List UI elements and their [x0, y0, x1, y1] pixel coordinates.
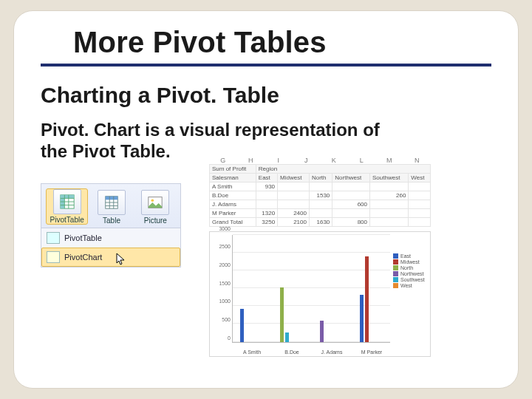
- chart-plot-area: [232, 235, 390, 343]
- chart-bar: [240, 309, 244, 342]
- chart-bar: [360, 295, 364, 342]
- chart-xtick: B.Doe: [284, 349, 299, 355]
- chart-ytick: 2500: [211, 244, 231, 249]
- mini-pivottable-icon: [47, 232, 60, 244]
- col-header: M: [375, 157, 403, 164]
- chart-bar: [280, 287, 284, 342]
- chart-ytick: 1000: [211, 299, 231, 304]
- pivot-cell: 260: [370, 191, 409, 200]
- pivot-cell: [278, 200, 310, 208]
- pivot-rowname: M Parker: [210, 208, 256, 217]
- cursor-icon: [116, 253, 126, 266]
- title-rule: [41, 64, 491, 66]
- pivot-cell: [256, 191, 277, 200]
- pivot-rowname: J. Adams: [210, 200, 256, 208]
- figures-row: PivotTable Table Picture: [41, 167, 491, 357]
- pivot-cell: [370, 200, 409, 208]
- ribbon-insert: PivotTable Table Picture: [41, 183, 181, 267]
- slide-card: More Pivot Tables Charting a Pivot. Tabl…: [13, 10, 519, 389]
- col-header: L: [348, 157, 376, 164]
- pivot-cell: 2400: [278, 208, 310, 217]
- legend-item: Northwest: [393, 271, 429, 276]
- pivot-cell: [370, 208, 409, 217]
- pivot-region: East: [256, 173, 277, 182]
- col-header: J: [293, 157, 321, 164]
- legend-swatch: [393, 283, 398, 288]
- pivot-cell: 2100: [278, 217, 310, 226]
- pivot-cell: [409, 208, 431, 217]
- legend-swatch: [393, 253, 398, 259]
- legend-label: North: [400, 265, 413, 270]
- chart-legend: EastMidwestNorthNorthwestSouthwestWest: [393, 253, 429, 289]
- pivot-cell: [409, 200, 431, 208]
- legend-label: Northwest: [400, 271, 424, 276]
- pivot-cell: 1320: [256, 208, 277, 217]
- pivot-chart: EastMidwestNorthNorthwestSouthwestWest 0…: [209, 231, 431, 357]
- pivot-and-chart: GHIJKLMN Sum of Profit Region SalesmanEa…: [209, 157, 431, 357]
- pivot-region: Southwest: [370, 173, 409, 182]
- menu-pivotchart-label: PivotChart: [64, 253, 102, 262]
- legend-label: East: [400, 253, 411, 259]
- pivot-cell: 800: [332, 217, 370, 226]
- pivottable-dropdown: PivotTable PivotChart: [41, 228, 180, 267]
- pivot-cell: 600: [332, 200, 370, 208]
- pivottable-label: PivotTable: [50, 216, 84, 224]
- legend-swatch: [393, 271, 398, 276]
- chart-xtick: A Smith: [243, 349, 261, 355]
- pivot-cell: [309, 182, 332, 191]
- pivot-rowname: A Smith: [210, 182, 256, 191]
- col-header: G: [209, 157, 237, 164]
- pivot-region: Northwest: [332, 173, 370, 182]
- chart-ytick: 2000: [211, 262, 231, 267]
- col-header: N: [403, 157, 432, 164]
- legend-item: North: [393, 265, 429, 270]
- chart-bar: [320, 321, 324, 342]
- legend-item: Southwest: [393, 277, 429, 282]
- pivot-cell: [332, 182, 370, 191]
- legend-swatch: [393, 265, 398, 270]
- legend-item: Midwest: [393, 259, 429, 265]
- pivot-cell: [409, 191, 431, 200]
- legend-item: West: [393, 283, 429, 288]
- table-icon: [98, 190, 126, 215]
- pivot-cell: [278, 191, 310, 200]
- menu-pivottable[interactable]: PivotTable: [41, 228, 180, 248]
- pivot-cell: [332, 208, 370, 217]
- pivottable-icon: [53, 189, 81, 214]
- pivot-region: North: [309, 173, 332, 182]
- pivot-region-label: Region: [256, 164, 430, 173]
- chart-xtick: M Parker: [361, 349, 382, 355]
- legend-swatch: [393, 259, 398, 265]
- picture-label: Picture: [144, 216, 167, 225]
- pivot-region: West: [409, 173, 431, 182]
- pivot-table: Sum of Profit Region SalesmanEastMidwest…: [209, 164, 431, 227]
- pivot-cell: 1630: [309, 217, 332, 226]
- pivot-cell: [370, 182, 409, 191]
- legend-swatch: [393, 277, 398, 282]
- mini-pivotchart-icon: [47, 251, 60, 263]
- picture-button[interactable]: Picture: [135, 190, 176, 225]
- pivot-cell: [309, 200, 332, 208]
- col-header: H: [237, 157, 265, 164]
- picture-icon: [141, 190, 169, 215]
- menu-pivotchart[interactable]: PivotChart: [41, 248, 180, 267]
- col-header: I: [265, 157, 293, 164]
- pivot-cell: [370, 217, 409, 226]
- pivot-cell: 930: [256, 182, 277, 191]
- table-button[interactable]: Table: [91, 190, 132, 225]
- pivot-cell: [409, 182, 431, 191]
- pivot-cell: [309, 208, 332, 217]
- legend-label: Midwest: [400, 259, 420, 265]
- pivot-region: Midwest: [278, 173, 310, 182]
- pivot-cell: 1530: [309, 191, 332, 200]
- legend-label: West: [400, 283, 412, 288]
- chart-bar: [285, 332, 289, 342]
- col-header: K: [320, 157, 348, 164]
- pivot-cell: [278, 182, 310, 191]
- chart-bar: [365, 256, 369, 342]
- pivottable-button[interactable]: PivotTable: [46, 188, 88, 225]
- ribbon-buttons: PivotTable Table Picture: [41, 184, 180, 228]
- legend-item: East: [393, 253, 429, 259]
- slide-subtitle: Charting a Pivot. Table: [41, 83, 491, 108]
- pivot-rowlabel: Salesman: [210, 173, 256, 182]
